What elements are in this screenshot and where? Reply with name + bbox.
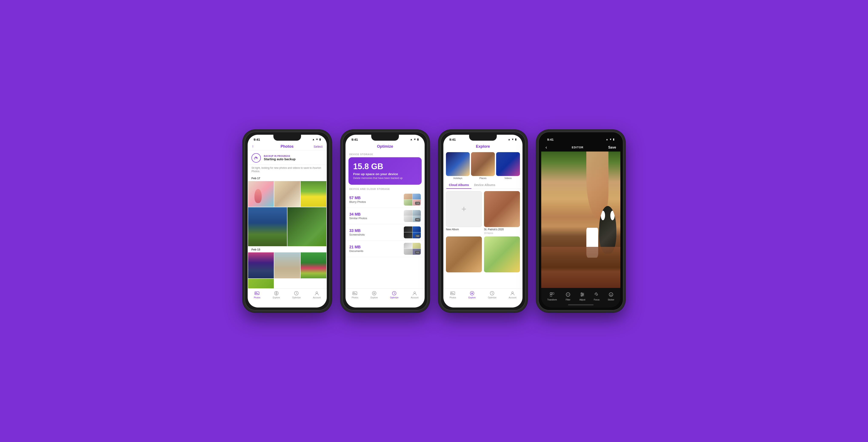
cloud-albums-tab[interactable]: Cloud Albums (446, 181, 471, 189)
category-holidays[interactable]: Holidays (446, 152, 470, 179)
storage-delete-text: Delete memories that have been backed up (353, 177, 417, 180)
blurry-badge: +18 (415, 202, 420, 205)
storage-row-screenshots[interactable]: 33 MB Screenshots +64 (345, 224, 425, 241)
upload-icon[interactable]: ↑ (252, 144, 260, 149)
home-indicator-3 (470, 304, 496, 305)
similar-mb: 34 MB (349, 212, 402, 217)
select-button[interactable]: Select (314, 145, 322, 148)
notch-4 (567, 135, 595, 141)
adjust-tool[interactable]: Adjust (579, 291, 586, 301)
dog-eye-left (601, 211, 605, 220)
photo-cell[interactable] (248, 253, 274, 278)
storage-row-documents[interactable]: 21 MB Documents +11 (345, 241, 425, 257)
phone-explore: 9:41 ▲ ▼ ▮ Explore (438, 129, 528, 313)
photo-grid-feb13 (248, 253, 327, 278)
editor-tools: Transform Filter Adjust (541, 288, 620, 303)
notch-1 (273, 135, 301, 141)
sticker-tool[interactable]: Sticker (608, 291, 614, 301)
blurry-mb: 57 MB (349, 196, 402, 200)
photo-cell[interactable] (301, 253, 327, 278)
tab-account-label-2: Account (411, 296, 418, 299)
backup-description: Sit tight, looking for new photos and vi… (248, 165, 327, 175)
focus-icon (594, 291, 600, 298)
focus-label: Focus (594, 299, 599, 301)
documents-badge: +11 (415, 251, 420, 254)
table-shape (541, 247, 620, 288)
category-places[interactable]: Places (471, 152, 495, 179)
tab-explore-3[interactable]: Explore (468, 291, 476, 299)
photo-cell[interactable] (248, 207, 287, 246)
documents-mb: 21 MB (349, 245, 402, 249)
tab-account[interactable]: Account (313, 291, 320, 299)
photo-grid-feb13-2 (248, 279, 327, 288)
save-button[interactable]: Save (608, 146, 616, 149)
storage-row-info: 57 MB Blurry Photos (349, 196, 402, 203)
status-time-3: 9:41 (449, 138, 456, 141)
wifi-icon: ▼ (316, 138, 318, 141)
tab-photos[interactable]: Photos (254, 291, 260, 299)
photo-cell[interactable] (301, 181, 327, 207)
svg-point-13 (414, 292, 415, 293)
tab-optimize-2[interactable]: Optimize (390, 291, 399, 299)
backup-text: BACKUP IN PROGRESS Starting auto backup (264, 155, 296, 161)
transform-tool[interactable]: Transform (548, 291, 557, 301)
backup-title: Starting auto backup (264, 157, 296, 161)
tab-optimize-label-2: Optimize (390, 296, 399, 299)
photo-cell[interactable] (248, 279, 274, 288)
svg-point-17 (471, 293, 473, 294)
phone-shell-2: 9:41 ▲ ▼ ▮ Optimize DEVICE STORAGE (340, 129, 430, 313)
tab-photos-3[interactable]: Photos (450, 291, 456, 299)
tab-optimize-3[interactable]: Optimize (488, 291, 496, 299)
stpatricks-album-item[interactable]: St. Patrick's 2020 19 Items (484, 191, 520, 234)
optimize-icon-3 (490, 291, 495, 296)
signal-icon-2: ▲ (410, 138, 412, 141)
focus-tool[interactable]: Focus (594, 291, 600, 301)
back-button[interactable]: ‹ (546, 145, 547, 150)
albums-tabs: Cloud Albums Device Albums (443, 181, 523, 189)
explore-icon-2 (372, 291, 377, 296)
tab-explore[interactable]: Explore (273, 291, 280, 299)
optimize-content: DEVICE STORAGE 15.8 GB Free up space on … (345, 150, 425, 288)
tab-account-2[interactable]: Account (411, 291, 418, 299)
wifi-icon-2: ▼ (413, 138, 416, 141)
photo-cell[interactable] (274, 181, 300, 207)
backup-icon (251, 153, 261, 163)
storage-row-info: 21 MB Documents (349, 245, 402, 253)
blurry-label: Blurry Photos (349, 200, 402, 203)
explore-icon (274, 291, 279, 296)
photos-icon-2 (352, 291, 358, 296)
account-icon (314, 291, 319, 296)
signal-icon-4: ▲ (606, 138, 608, 141)
holidays-label: Holidays (453, 177, 462, 179)
status-icons-1: ▲ ▼ ▮ (312, 138, 321, 141)
tab-account-3[interactable]: Account (509, 291, 516, 299)
storage-row-info: 34 MB Similar Photos (349, 212, 402, 220)
phone-editor: 9:41 ▲ ▼ ▮ ‹ EDITOR Save (536, 129, 625, 313)
similar-badge: +42 (415, 218, 420, 221)
category-videos[interactable]: Videos (496, 152, 520, 179)
filter-tool[interactable]: Filter (565, 291, 571, 301)
photo-cell[interactable] (274, 253, 300, 278)
photo-cell[interactable] (287, 207, 327, 246)
svg-point-27 (581, 293, 582, 294)
tab-photos-2[interactable]: Photos (352, 291, 358, 299)
tab-photos-label-3: Photos (450, 296, 456, 299)
tab-explore-2[interactable]: Explore (371, 291, 378, 299)
storage-row-blurry[interactable]: 57 MB Blurry Photos +18 (345, 191, 425, 208)
storage-row-similar[interactable]: 34 MB Similar Photos +42 (345, 208, 425, 224)
dog-album-item[interactable] (446, 236, 482, 272)
new-album-item[interactable]: + New Album (446, 191, 482, 234)
svg-rect-21 (552, 293, 554, 294)
editor-title: EDITOR (572, 146, 584, 149)
svg-point-10 (372, 291, 376, 295)
device-albums-tab[interactable]: Device Albums (471, 181, 498, 189)
tab-optimize[interactable]: Optimize (292, 291, 301, 299)
filter-label: Filter (566, 299, 570, 301)
phone-shell-1: 9:41 ▲ ▼ ▮ ↑ Photos Select (243, 129, 332, 313)
photo-cell[interactable] (248, 181, 274, 207)
storage-card[interactable]: 15.8 GB Free up space on your device Del… (348, 157, 422, 185)
notch-2 (371, 135, 399, 141)
videos-label: Videos (504, 177, 512, 179)
child-album-item[interactable] (484, 236, 520, 272)
editor-nav: ‹ EDITOR Save (541, 143, 620, 151)
